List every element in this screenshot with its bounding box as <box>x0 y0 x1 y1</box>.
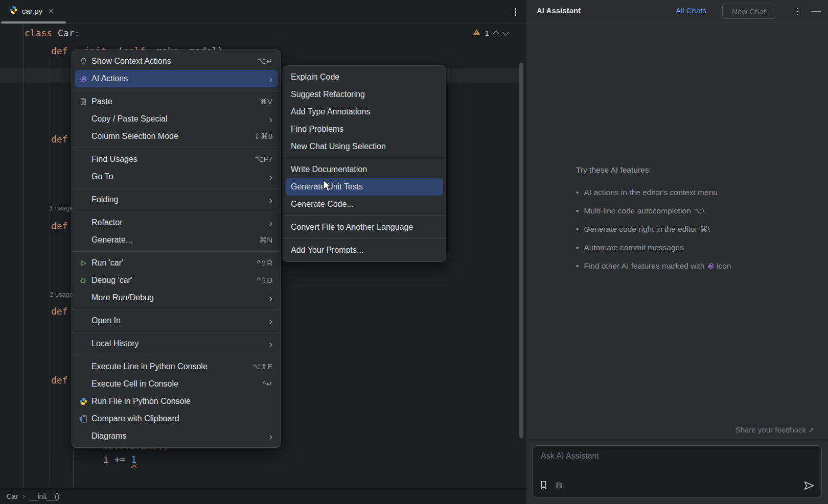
submenu-item-explain-code[interactable]: Explain Code <box>286 68 443 86</box>
ai-features-list: Try these AI features: •AI actions in th… <box>576 165 816 280</box>
feature-bullet-text: Multi-line code autocompletion ⌥\ <box>584 206 704 215</box>
submenu-arrow-icon: › <box>269 293 272 303</box>
ai-assistant-header: AI Assistant All Chats New Chat <box>526 0 828 22</box>
feature-bullet-text: AI actions in the editor's context menu <box>584 188 717 197</box>
menu-item-label: Debug 'car' <box>91 276 132 285</box>
menu-item-diagrams[interactable]: Diagrams› <box>75 427 278 445</box>
menu-separator <box>72 90 281 90</box>
menu-item-execute-cell-in-console[interactable]: Execute Cell in Console^↵ <box>75 375 278 393</box>
python-icon <box>79 397 87 405</box>
ai-icon <box>79 75 87 83</box>
menu-item-shortcut: ⌥↵ <box>257 57 272 66</box>
menu-item-shortcut: ⌥F7 <box>255 155 272 164</box>
tab-car-py[interactable]: car.py × <box>0 0 61 22</box>
python-icon <box>9 6 18 16</box>
share-feedback-link[interactable]: Share your feedback ↗ <box>735 425 814 434</box>
menu-separator <box>72 211 281 211</box>
menu-item-copy-paste-special[interactable]: Copy / Paste Special› <box>75 110 278 128</box>
bullet-dot: • <box>576 206 579 215</box>
menu-item-go-to[interactable]: Go To› <box>75 168 278 185</box>
breadcrumb-class[interactable]: Car <box>7 492 18 500</box>
icon-spacer <box>79 115 87 123</box>
menu-item-label: Go To <box>91 172 113 181</box>
menu-separator <box>283 158 446 158</box>
menu-item-more-run-debug[interactable]: More Run/Debug› <box>75 289 278 306</box>
breadcrumb-method[interactable]: __init__() <box>30 492 59 500</box>
save-icon[interactable] <box>555 482 563 491</box>
menu-item-label: More Run/Debug <box>91 293 154 302</box>
submenu-item-new-chat-using-selection[interactable]: New Chat Using Selection <box>286 138 443 155</box>
menu-item-show-context-actions[interactable]: Show Context Actions⌥↵ <box>75 53 278 70</box>
menu-item-local-history[interactable]: Local History› <box>75 335 278 352</box>
external-link-icon: ↗ <box>808 426 814 434</box>
menu-item-label: Run File in Python Console <box>91 397 191 406</box>
menu-separator <box>72 355 281 355</box>
menu-item-label: Diagrams <box>91 431 126 441</box>
menu-item-label: Generate... <box>91 235 132 245</box>
menu-item-run-car[interactable]: Run 'car'^⇧R <box>75 254 278 272</box>
send-icon[interactable] <box>804 481 814 492</box>
menu-item-label: New Chat Using Selection <box>291 142 386 151</box>
menu-item-compare-with-clipboard[interactable]: Compare with Clipboard <box>75 410 278 427</box>
menu-item-paste[interactable]: Paste⌘V <box>75 93 278 110</box>
submenu-item-generate-code[interactable]: Generate Code... <box>286 196 443 213</box>
new-chat-button[interactable]: New Chat <box>722 4 775 19</box>
submenu-item-generate-unit-tests[interactable]: Generate Unit Tests <box>286 178 443 196</box>
indent-guide <box>50 60 50 492</box>
menu-item-ai-actions[interactable]: AI Actions› <box>75 70 278 87</box>
menu-item-run-file-in-python-console[interactable]: Run File in Python Console <box>75 393 278 410</box>
menu-item-label: Folding <box>91 195 118 204</box>
menu-separator <box>283 215 446 216</box>
icon-spacer <box>79 173 87 181</box>
menu-item-find-usages[interactable]: Find Usages⌥F7 <box>75 151 278 168</box>
menu-item-shortcut: ⇧⌘8 <box>254 132 272 141</box>
editor-context-menu: Show Context Actions⌥↵AI Actions›Paste⌘V… <box>72 50 281 448</box>
feature-bullet: •AI actions in the editor's context menu <box>576 188 816 206</box>
menu-item-column-selection-mode[interactable]: Column Selection Mode⇧⌘8 <box>75 128 278 145</box>
submenu-item-suggest-refactoring[interactable]: Suggest Refactoring <box>286 86 443 103</box>
menu-item-debug-car[interactable]: Debug 'car'^⇧D <box>75 272 278 289</box>
menu-item-label: Open In <box>91 316 121 325</box>
submenu-item-convert-file-to-another-language[interactable]: Convert File to Another Language <box>286 219 443 236</box>
menu-item-label: Copy / Paste Special <box>91 114 168 124</box>
feature-bullet-text: Find other AI features marked with icon <box>584 261 731 271</box>
all-chats-link[interactable]: All Chats <box>676 6 706 15</box>
bullet-dot: • <box>576 188 579 197</box>
submenu-item-write-documentation[interactable]: Write Documentation <box>286 161 443 178</box>
submenu-item-add-your-prompts[interactable]: Add Your Prompts... <box>286 242 443 259</box>
menu-item-label: Refactor <box>91 218 122 227</box>
icon-spacer <box>79 432 87 440</box>
menu-item-generate[interactable]: Generate...⌘N <box>75 231 278 249</box>
ask-ai-input[interactable]: Ask AI Assistant <box>533 445 822 497</box>
submenu-arrow-icon: › <box>269 172 272 182</box>
menu-item-label: Find Problems <box>291 125 343 134</box>
menu-item-label: Show Context Actions <box>91 57 171 66</box>
submenu-arrow-icon: › <box>269 218 272 228</box>
menu-item-execute-line-in-python-console[interactable]: Execute Line in Python Console⌥⇧E <box>75 358 278 375</box>
menu-item-refactor[interactable]: Refactor› <box>75 214 278 231</box>
minimize-icon[interactable] <box>811 11 821 12</box>
panel-options-kebab-icon[interactable] <box>793 5 801 17</box>
menu-item-folding[interactable]: Folding› <box>75 191 278 208</box>
bullet-dot: • <box>576 243 579 252</box>
menu-item-label: AI Actions <box>91 74 128 83</box>
menu-separator <box>283 238 446 239</box>
feature-bullet: •Multi-line code autocompletion ⌥\ <box>576 206 816 225</box>
bullet-dot: • <box>576 261 579 271</box>
editor-scrollbar[interactable] <box>519 63 523 438</box>
menu-item-label: Find Usages <box>91 155 137 164</box>
menu-item-label: Execute Line in Python Console <box>91 362 208 371</box>
code-line: def <box>51 132 68 147</box>
icon-spacer <box>79 155 87 163</box>
submenu-arrow-icon: › <box>269 431 272 441</box>
menu-item-label: Add Type Annotations <box>291 107 370 116</box>
ide-window: car.py × 1 class Car:def __init__(self, … <box>0 0 828 504</box>
editor-options-kebab-icon[interactable] <box>510 6 520 18</box>
close-icon[interactable]: × <box>49 6 54 16</box>
prompt-library-icon[interactable] <box>539 481 548 492</box>
lightbulb-icon <box>79 57 87 65</box>
icon-spacer <box>79 380 87 388</box>
submenu-item-add-type-annotations[interactable]: Add Type Annotations <box>286 103 443 121</box>
submenu-item-find-problems[interactable]: Find Problems <box>286 121 443 138</box>
menu-item-open-in[interactable]: Open In› <box>75 312 278 329</box>
